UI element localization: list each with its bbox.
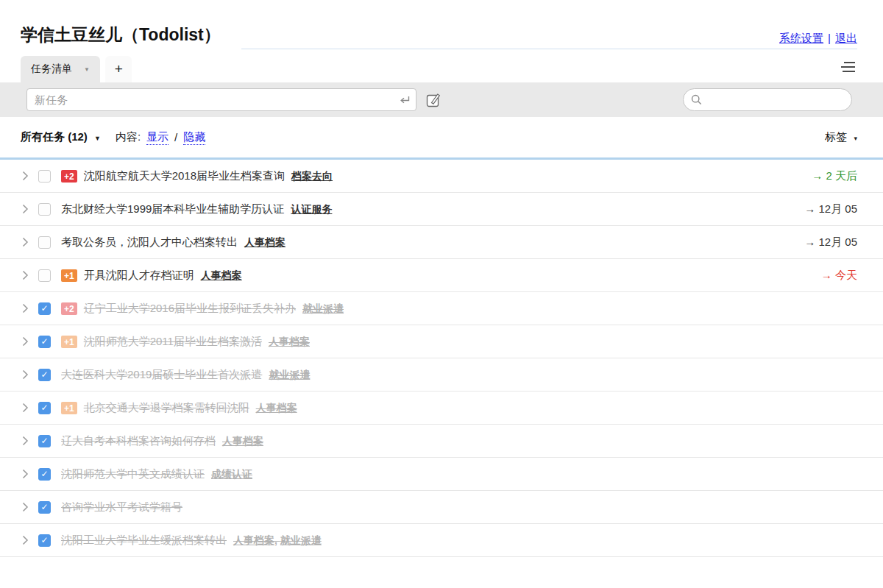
expand-chevron-icon[interactable] bbox=[22, 469, 29, 479]
all-tasks-dropdown[interactable]: 所有任务 (12) ▼ bbox=[21, 130, 101, 144]
task-title[interactable]: 沈阳师范大学2011届毕业生档案激活 bbox=[84, 335, 262, 347]
task-main: 大连医科大学2019届硕士毕业生首次派遣就业派遣 bbox=[61, 368, 310, 382]
task-checkbox[interactable]: ✓ bbox=[38, 402, 51, 414]
task-checkbox[interactable]: ✓ bbox=[38, 468, 51, 481]
task-checkbox[interactable] bbox=[38, 269, 51, 282]
show-content-link[interactable]: 显示 bbox=[146, 130, 169, 145]
task-main: 沈阳师范大学中英文成绩认证成绩认证 bbox=[61, 467, 252, 481]
expand-chevron-icon[interactable] bbox=[22, 336, 29, 347]
task-row: +2 沈阳航空航天大学2018届毕业生档案查询档案去向 → 2 天后 bbox=[0, 160, 883, 193]
check-icon: ✓ bbox=[40, 304, 48, 313]
add-tab-button[interactable]: + bbox=[105, 56, 132, 82]
task-row: 东北财经大学1999届本科毕业生辅助学历认证认证服务 → 12月 05 bbox=[0, 193, 883, 226]
check-icon: ✓ bbox=[40, 470, 48, 478]
task-checkbox[interactable]: ✓ bbox=[38, 302, 51, 315]
compose-icon[interactable] bbox=[426, 92, 442, 107]
task-tags: 档案去向 bbox=[285, 169, 333, 182]
task-main: 辽大自考本科档案咨询如何存档人事档案 bbox=[61, 434, 263, 448]
task-title[interactable]: 开具沈阳人才存档证明 bbox=[84, 269, 194, 281]
task-checkbox[interactable]: ✓ bbox=[38, 369, 51, 381]
task-tags: 人事档案 bbox=[262, 335, 310, 347]
expand-chevron-icon[interactable] bbox=[22, 171, 29, 181]
check-icon: ✓ bbox=[40, 370, 48, 379]
chevron-down-icon[interactable]: ▼ bbox=[84, 66, 90, 73]
expand-chevron-icon[interactable] bbox=[22, 204, 29, 214]
new-task-input[interactable] bbox=[26, 88, 416, 111]
tab-bar: 任务清单 ▼ + bbox=[0, 53, 883, 82]
tag-separator: , bbox=[274, 534, 280, 546]
task-tags: 人事档案 bbox=[238, 235, 286, 248]
expand-chevron-icon[interactable] bbox=[22, 535, 29, 545]
task-main: 咨询学业水平考试学籍号 bbox=[61, 500, 182, 514]
tags-label: 标签 bbox=[825, 130, 847, 143]
task-checkbox[interactable]: ✓ bbox=[38, 501, 51, 514]
tag-link[interactable]: 认证服务 bbox=[291, 203, 332, 215]
task-checkbox[interactable]: ✓ bbox=[38, 534, 51, 547]
search-field-wrap bbox=[683, 88, 852, 111]
task-checkbox[interactable] bbox=[38, 170, 51, 183]
tag-link[interactable]: 人事档案 bbox=[233, 534, 274, 546]
task-title[interactable]: 沈阳航空航天大学2018届毕业生档案查询 bbox=[84, 169, 285, 182]
expand-chevron-icon[interactable] bbox=[22, 369, 29, 380]
due-date[interactable]: → 2 天后 bbox=[812, 169, 857, 183]
hide-content-link[interactable]: 隐藏 bbox=[183, 130, 205, 145]
tag-link[interactable]: 就业派遣 bbox=[269, 369, 310, 380]
task-row: +1 开具沈阳人才存档证明人事档案 → 今天 bbox=[0, 259, 883, 292]
menu-icon[interactable] bbox=[841, 62, 855, 75]
search-input[interactable] bbox=[683, 88, 852, 111]
tab-task-list[interactable]: 任务清单 ▼ bbox=[21, 56, 100, 82]
chevron-down-icon: ▾ bbox=[854, 135, 857, 142]
tags-dropdown[interactable]: 标签 ▾ bbox=[825, 130, 857, 144]
task-title[interactable]: 沈阳工业大学毕业生缓派档案转出 bbox=[61, 534, 227, 546]
content-label: 内容: bbox=[116, 130, 141, 144]
task-checkbox[interactable] bbox=[38, 236, 51, 249]
tag-link[interactable]: 人事档案 bbox=[201, 269, 242, 281]
tag-link[interactable]: 人事档案 bbox=[256, 402, 297, 414]
task-checkbox[interactable]: ✓ bbox=[38, 435, 51, 447]
task-checkbox[interactable] bbox=[38, 203, 51, 216]
expand-chevron-icon[interactable] bbox=[22, 270, 29, 280]
tag-link[interactable]: 人事档案 bbox=[244, 236, 286, 248]
tag-link[interactable]: 人事档案 bbox=[222, 435, 263, 447]
task-title[interactable]: 东北财经大学1999届本科毕业生辅助学历认证 bbox=[61, 202, 284, 215]
expand-chevron-icon[interactable] bbox=[22, 436, 29, 446]
check-icon: ✓ bbox=[40, 536, 48, 545]
tag-link[interactable]: 就业派遣 bbox=[302, 302, 344, 314]
task-title[interactable]: 北京交通大学退学档案需转回沈阳 bbox=[84, 401, 249, 414]
due-date[interactable]: → 12月 05 bbox=[804, 235, 857, 249]
task-main: 北京交通大学退学档案需转回沈阳人事档案 bbox=[84, 401, 297, 415]
task-tags: 就业派遣 bbox=[262, 368, 310, 380]
task-title[interactable]: 考取公务员，沈阳人才中心档案转出 bbox=[61, 235, 238, 248]
task-row: ✓ 咨询学业水平考试学籍号 bbox=[0, 491, 883, 524]
check-icon: ✓ bbox=[40, 503, 48, 511]
logout-link[interactable]: 退出 bbox=[835, 32, 857, 44]
task-title[interactable]: 辽宁工业大学2016届毕业生报到证丢失补办 bbox=[84, 302, 296, 314]
expand-chevron-icon[interactable] bbox=[22, 502, 29, 512]
expand-chevron-icon[interactable] bbox=[22, 237, 29, 247]
task-checkbox[interactable]: ✓ bbox=[38, 336, 51, 348]
task-row: 考取公务员，沈阳人才中心档案转出人事档案 → 12月 05 bbox=[0, 226, 883, 259]
tag-link[interactable]: 人事档案 bbox=[269, 336, 310, 347]
system-settings-link[interactable]: 系统设置 bbox=[779, 32, 823, 44]
expand-chevron-icon[interactable] bbox=[22, 403, 29, 413]
task-title[interactable]: 辽大自考本科档案咨询如何存档 bbox=[61, 434, 216, 447]
due-date[interactable]: → 今天 bbox=[821, 269, 857, 283]
task-title[interactable]: 沈阳师范大学中英文成绩认证 bbox=[61, 467, 205, 480]
task-main: 东北财经大学1999届本科毕业生辅助学历认证认证服务 bbox=[61, 202, 332, 216]
check-icon: ✓ bbox=[40, 403, 48, 412]
task-title[interactable]: 大连医科大学2019届硕士毕业生首次派遣 bbox=[61, 368, 262, 380]
tag-link[interactable]: 就业派遣 bbox=[280, 534, 322, 546]
task-main: 沈阳师范大学2011届毕业生档案激活人事档案 bbox=[84, 335, 310, 349]
expand-chevron-icon[interactable] bbox=[22, 303, 29, 314]
task-title[interactable]: 咨询学业水平考试学籍号 bbox=[61, 500, 182, 513]
tab-label: 任务清单 bbox=[31, 63, 72, 76]
chevron-down-icon: ▼ bbox=[94, 135, 101, 142]
toolbar bbox=[0, 82, 883, 117]
task-main: 辽宁工业大学2016届毕业生报到证丢失补办就业派遣 bbox=[84, 302, 344, 316]
header-divider bbox=[241, 49, 857, 49]
due-date[interactable]: → 12月 05 bbox=[804, 202, 857, 216]
tag-link[interactable]: 档案去向 bbox=[291, 170, 333, 182]
task-tags: 就业派遣 bbox=[296, 302, 344, 314]
tag-link[interactable]: 成绩认证 bbox=[211, 468, 252, 480]
check-icon: ✓ bbox=[40, 436, 48, 445]
